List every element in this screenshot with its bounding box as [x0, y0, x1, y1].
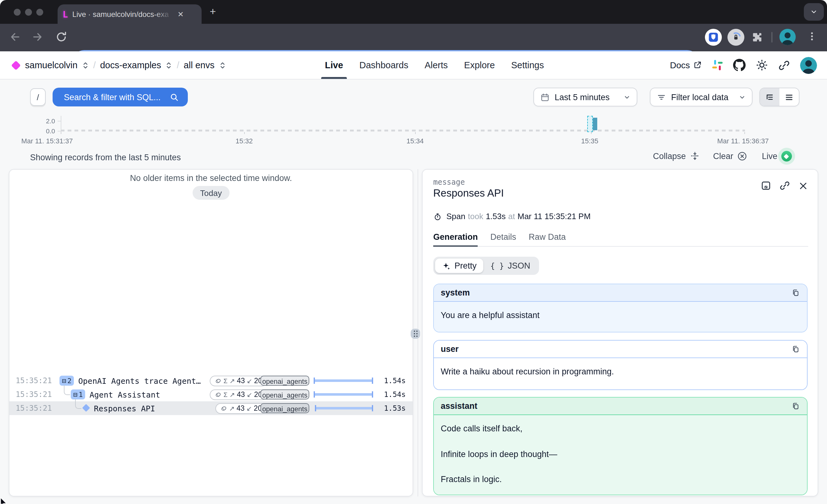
timeline-bar[interactable] [593, 118, 597, 130]
empty-window-notice: No older items in the selected time wind… [9, 173, 412, 183]
duration-value: 1.54s [384, 390, 406, 399]
slack-icon[interactable] [712, 59, 723, 71]
slash-shortcut-key[interactable]: / [30, 88, 46, 106]
tab-search-button[interactable] [804, 3, 824, 21]
password-manager-extension-icon[interactable] [705, 29, 722, 46]
breadcrumb-env[interactable]: all envs [184, 60, 214, 70]
copy-link-icon[interactable] [779, 180, 790, 191]
close-icon[interactable] [798, 181, 808, 191]
window-zoom-button[interactable] [36, 9, 43, 16]
clear-label: Clear [713, 152, 733, 161]
message-content: Write a haiku about recursion in program… [434, 358, 807, 389]
lock-extension-icon[interactable] [727, 29, 744, 46]
nav-tab-live[interactable]: Live [325, 51, 343, 79]
nav-tab-dashboards[interactable]: Dashboards [359, 51, 408, 79]
panel-resize-handle[interactable] [411, 329, 420, 339]
open-in-panel-icon[interactable] [761, 180, 771, 191]
nav-tab-alerts[interactable]: Alerts [425, 51, 448, 79]
clear-button[interactable]: Clear [713, 151, 748, 161]
tree-connector [64, 385, 70, 395]
token-usage-pill[interactable]: Σ ↗43 ↙20 [210, 375, 267, 386]
nav-tab-explore[interactable]: Explore [464, 51, 495, 79]
x-tick-label: Mar 11. 15:31:37 [21, 137, 73, 145]
new-tab-button[interactable]: + [210, 6, 216, 17]
user-avatar[interactable] [800, 57, 817, 73]
list-view-icon [784, 92, 794, 102]
tab-close-icon[interactable]: ✕ [178, 10, 184, 18]
mouse-cursor [0, 498, 9, 504]
tab-generation[interactable]: Generation [433, 232, 478, 246]
span-detail-panel: message Responses API Span took 1.53s at… [422, 169, 818, 497]
live-indicator-icon [781, 151, 792, 161]
token-usage-pill[interactable]: ↗43 ↙20 [215, 403, 267, 413]
span-timestamp: Mar 11 15:35:21 PM [518, 212, 591, 221]
live-toggle[interactable]: Live [762, 151, 792, 161]
extensions-puzzle-icon[interactable] [751, 31, 763, 43]
tab-details[interactable]: Details [490, 232, 517, 246]
span-word: Span [446, 212, 466, 221]
select-chevrons-icon[interactable] [219, 60, 226, 70]
theme-sun-icon[interactable] [756, 59, 768, 71]
haiku-line: Infinite loops in deep thought— [441, 448, 800, 460]
span-title[interactable]: Responses API [94, 404, 155, 413]
span-title[interactable]: Agent Assistant [90, 390, 160, 399]
window-close-button[interactable] [14, 9, 21, 16]
token-usage-pill[interactable]: Σ ↗43 ↙20 [210, 389, 267, 400]
browser-tab-strip: L Live · samuelcolvin/docs-exa ✕ + [0, 0, 827, 24]
breadcrumb-org[interactable]: samuelcolvin [25, 60, 78, 70]
github-icon[interactable] [733, 59, 746, 71]
date-chip[interactable]: Today [193, 186, 229, 200]
list-view-button[interactable] [779, 88, 799, 106]
timeline-selection[interactable] [587, 116, 593, 132]
json-view-button[interactable]: { } JSON [484, 259, 537, 273]
local-filter-dropdown[interactable]: Filter local data [650, 88, 752, 106]
copy-icon[interactable] [791, 402, 800, 410]
forward-icon[interactable] [31, 31, 44, 43]
message-card-system: system You are a helpful assistant [433, 284, 808, 332]
docs-link[interactable]: Docs [670, 60, 702, 70]
header-actions: Docs [670, 51, 817, 79]
breadcrumb-project[interactable]: docs-examples [100, 60, 161, 70]
window-minimize-button[interactable] [25, 9, 32, 16]
x-tick-mark [244, 132, 245, 134]
scope-tag[interactable]: openai_agents [260, 390, 309, 399]
braces-icon: { } [490, 261, 504, 270]
copy-icon[interactable] [791, 288, 800, 297]
message-card-assistant: assistant Code calls itself back, Infini… [433, 397, 808, 495]
reload-icon[interactable] [55, 31, 67, 43]
search-filter-button[interactable]: Search & filter with SQL... [53, 88, 188, 106]
scope-tag[interactable]: openai_agents [260, 403, 309, 413]
collapse-children-badge[interactable]: ⊟2 [59, 376, 74, 386]
select-chevrons-icon[interactable] [82, 60, 89, 70]
trace-row[interactable]: 15:35:21 ⊟1 Agent Assistant Σ ↗43 ↙20 op… [9, 388, 412, 401]
trace-row-selected[interactable]: 15:35:21 Responses API ↗43 ↙20 openai_ag… [9, 401, 412, 415]
select-chevrons-icon[interactable] [165, 60, 173, 70]
chevron-down-icon [810, 8, 818, 16]
collapse-button[interactable]: Collapse [653, 151, 699, 161]
tree-view-button[interactable] [760, 88, 779, 106]
duration-bar [313, 390, 373, 399]
nav-tab-settings[interactable]: Settings [511, 51, 544, 79]
x-tick-label: Mar 11. 15:36:37 [717, 137, 769, 145]
collapse-box-icon: ⊟ [62, 376, 66, 385]
pretty-view-button[interactable]: Pretty [435, 259, 484, 273]
browser-menu-kebab-icon[interactable] [806, 31, 818, 42]
time-range-dropdown[interactable]: Last 5 minutes [533, 88, 637, 106]
token-coin-icon [221, 405, 227, 412]
back-icon[interactable] [9, 31, 21, 43]
share-link-icon[interactable] [778, 59, 790, 71]
tree-connector [75, 399, 81, 409]
span-duration: 1.53s [486, 212, 506, 221]
x-tick-mark [744, 132, 745, 134]
tab-raw-data[interactable]: Raw Data [529, 232, 566, 246]
copy-icon[interactable] [791, 345, 800, 353]
y-tick-label: 0.0 [40, 127, 55, 135]
x-tick-label: 15:34 [406, 137, 424, 145]
json-label: JSON [508, 261, 530, 270]
collapse-children-badge[interactable]: ⊟1 [71, 390, 86, 399]
span-title[interactable]: OpenAI Agents trace Agent… [78, 376, 201, 386]
calendar-icon [540, 92, 550, 102]
scope-tag[interactable]: openai_agents [260, 376, 309, 386]
browser-profile-avatar[interactable] [779, 29, 796, 45]
browser-tab[interactable]: L Live · samuelcolvin/docs-exa ✕ [58, 4, 202, 24]
